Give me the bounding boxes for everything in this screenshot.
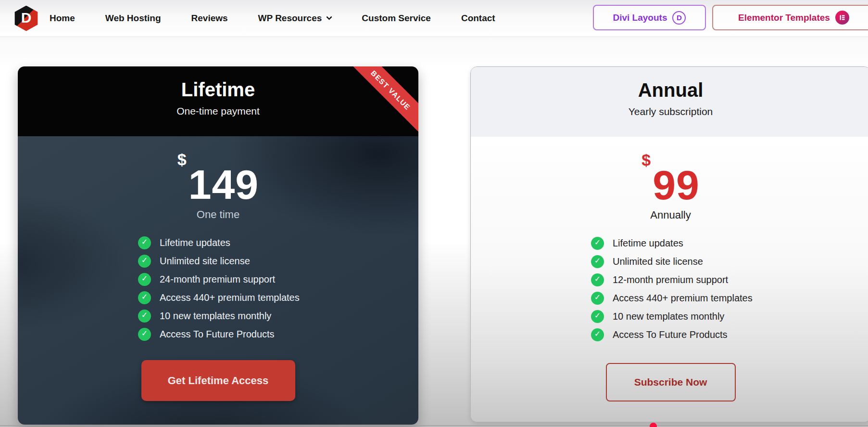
check-icon: ✓ bbox=[138, 236, 151, 249]
feature-item: ✓ Access To Future Products bbox=[591, 328, 868, 341]
annual-plan-subtitle: Yearly subscription bbox=[471, 106, 868, 117]
divi-d-icon: D bbox=[672, 11, 686, 25]
check-glyph: ✓ bbox=[141, 293, 148, 301]
check-icon: ✓ bbox=[138, 273, 151, 286]
feature-item: ✓ 24-month premium support bbox=[138, 272, 418, 286]
check-glyph: ✓ bbox=[594, 330, 601, 338]
lifetime-price-period: One time bbox=[18, 208, 418, 221]
lifetime-plan-title: Lifetime bbox=[18, 78, 418, 101]
check-glyph: ✓ bbox=[141, 311, 148, 319]
nav-item-home[interactable]: Home bbox=[50, 13, 75, 24]
annual-card-body: $99 Annually ✓ Lifetime updates ✓ Unlimi… bbox=[471, 137, 868, 422]
feature-label: Lifetime updates bbox=[613, 238, 683, 249]
annual-price-period: Annually bbox=[471, 209, 868, 221]
feature-item: ✓ Lifetime updates bbox=[138, 236, 418, 249]
feature-label: Access To Future Products bbox=[613, 329, 728, 340]
feature-label: Access To Future Products bbox=[160, 329, 275, 340]
lifetime-feature-list: ✓ Lifetime updates ✓ Unlimited site lice… bbox=[138, 236, 418, 341]
main-menu: Home Web Hosting Reviews WP Resources Cu… bbox=[50, 13, 495, 24]
annual-plan-title: Annual bbox=[471, 79, 868, 101]
feature-item: ✓ Lifetime updates bbox=[591, 236, 868, 250]
nav-item-wp-resources[interactable]: WP Resources bbox=[258, 13, 332, 24]
feature-label: 24-month premium support bbox=[160, 274, 275, 285]
navbar: D Home Web Hosting Reviews WP Resources … bbox=[0, 0, 868, 37]
nav-item-label: WP Resources bbox=[258, 13, 322, 24]
feature-label: 10 new templates monthly bbox=[613, 311, 724, 322]
feature-item: ✓ 12-month premium support bbox=[591, 273, 868, 286]
check-icon: ✓ bbox=[591, 292, 604, 305]
check-glyph: ✓ bbox=[594, 257, 601, 265]
divi-layouts-label: Divi Layouts bbox=[613, 13, 667, 23]
divi-layouts-button[interactable]: Divi Layouts D bbox=[593, 5, 706, 30]
annual-card-header: Annual Yearly subscription bbox=[471, 67, 868, 137]
check-icon: ✓ bbox=[591, 310, 604, 323]
check-glyph: ✓ bbox=[594, 312, 601, 320]
currency-symbol: $ bbox=[177, 150, 187, 168]
site-logo[interactable]: D bbox=[13, 5, 39, 32]
lifetime-card-body: $149 One time ✓ Lifetime updates ✓ Unlim… bbox=[18, 136, 418, 425]
video-progress-track[interactable] bbox=[0, 425, 868, 426]
check-glyph: ✓ bbox=[594, 294, 601, 301]
video-playhead-dot[interactable] bbox=[650, 423, 657, 427]
feature-item: ✓ 10 new templates monthly bbox=[138, 309, 418, 323]
check-glyph: ✓ bbox=[141, 275, 148, 283]
feature-label: 10 new templates monthly bbox=[160, 311, 271, 322]
check-glyph: ✓ bbox=[141, 238, 148, 246]
check-icon: ✓ bbox=[138, 255, 151, 268]
lifetime-plan-subtitle: One-time payment bbox=[18, 105, 418, 117]
chevron-down-icon bbox=[326, 14, 332, 20]
check-glyph: ✓ bbox=[594, 275, 601, 283]
check-icon: ✓ bbox=[591, 328, 604, 341]
annual-plan-card: Annual Yearly subscription $99 Annually … bbox=[470, 66, 868, 422]
check-icon: ✓ bbox=[591, 273, 604, 286]
logo-letter: D bbox=[21, 11, 32, 25]
feature-label: Access 440+ premium templates bbox=[160, 292, 300, 303]
feature-item: ✓ Access 440+ premium templates bbox=[591, 291, 868, 305]
feature-item: ✓ Unlimited site license bbox=[591, 255, 868, 268]
nav-item-custom-service[interactable]: Custom Service bbox=[362, 13, 431, 24]
annual-feature-list: ✓ Lifetime updates ✓ Unlimited site lice… bbox=[591, 236, 868, 341]
feature-item: ✓ Access To Future Products bbox=[138, 327, 418, 341]
lifetime-card-header: Lifetime One-time payment bbox=[18, 66, 418, 136]
nav-item-contact[interactable]: Contact bbox=[461, 13, 495, 24]
elementor-templates-button[interactable]: Elementor Templates bbox=[712, 5, 868, 30]
page: D Home Web Hosting Reviews WP Resources … bbox=[0, 0, 868, 427]
check-glyph: ✓ bbox=[141, 257, 148, 264]
nav-item-web-hosting[interactable]: Web Hosting bbox=[105, 13, 161, 24]
feature-label: Lifetime updates bbox=[160, 237, 230, 248]
check-icon: ✓ bbox=[138, 328, 151, 341]
lifetime-price: $149 bbox=[18, 164, 418, 205]
currency-symbol: $ bbox=[642, 151, 651, 169]
check-icon: ✓ bbox=[591, 237, 604, 250]
nav-actions: Divi Layouts D Elementor Templates bbox=[593, 5, 868, 30]
elementor-logo-icon bbox=[835, 11, 849, 25]
feature-item: ✓ 10 new templates monthly bbox=[591, 310, 868, 323]
check-glyph: ✓ bbox=[141, 330, 148, 337]
logo-hexagon-icon: D bbox=[13, 6, 39, 31]
feature-item: ✓ Unlimited site license bbox=[138, 254, 418, 268]
check-icon: ✓ bbox=[138, 310, 151, 323]
check-icon: ✓ bbox=[138, 291, 151, 304]
divi-d-letter: D bbox=[677, 13, 682, 22]
feature-label: 12-month premium support bbox=[613, 274, 728, 285]
price-value: 99 bbox=[653, 162, 700, 208]
feature-item: ✓ Access 440+ premium templates bbox=[138, 291, 418, 304]
feature-label: Access 440+ premium templates bbox=[613, 293, 753, 304]
check-icon: ✓ bbox=[591, 255, 604, 268]
check-glyph: ✓ bbox=[594, 239, 601, 246]
lifetime-plan-card: Lifetime One-time payment BEST VALUE $14… bbox=[18, 66, 418, 425]
price-value: 149 bbox=[189, 161, 259, 207]
nav-item-reviews[interactable]: Reviews bbox=[191, 13, 228, 24]
elementor-templates-label: Elementor Templates bbox=[738, 13, 830, 23]
feature-label: Unlimited site license bbox=[160, 256, 250, 267]
get-lifetime-access-button[interactable]: Get Lifetime Access bbox=[141, 360, 295, 401]
subscribe-now-button[interactable]: Subscribe Now bbox=[606, 363, 736, 401]
annual-price: $99 bbox=[471, 164, 868, 206]
feature-label: Unlimited site license bbox=[613, 256, 703, 267]
